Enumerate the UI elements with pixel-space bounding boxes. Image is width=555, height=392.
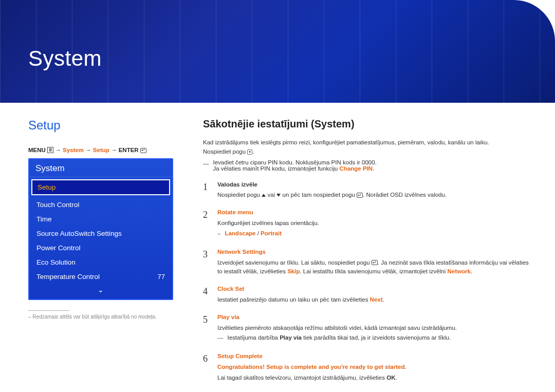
breadcrumb-arrow-2: →: [85, 147, 91, 153]
breadcrumb-menu: MENU: [28, 147, 46, 153]
press-text: Nospiediet pogu .: [203, 147, 529, 157]
osd-item-eco-solution[interactable]: Eco Solution: [29, 255, 172, 269]
step-body: Network Settings Izveidojiet savienojumu…: [217, 248, 529, 276]
step-4: 4 Clock Set Iestatiet pašreizējo datumu …: [203, 282, 529, 310]
step-text-b: vai: [266, 192, 276, 198]
step-number: 6: [203, 352, 210, 382]
breadcrumb-arrow-1: →: [55, 147, 61, 153]
sep: /: [255, 230, 261, 236]
step-body: Rotate menu Konfigurējiet izvēlnes lapas…: [217, 208, 529, 239]
osd-label: Power Control: [36, 244, 81, 252]
enter-icon: [357, 193, 363, 198]
step-dash: ― Iestatījuma darbība Play via tiek parā…: [217, 332, 529, 344]
next: Next: [370, 296, 383, 303]
section-title: Setup: [28, 118, 188, 133]
chevron-down-icon: ⌄: [98, 286, 104, 294]
step-dash-body: Iestatījuma darbība Play via tiek parādī…: [228, 333, 451, 343]
step-title: Valodas izvēle: [217, 180, 529, 190]
osd-item-source-autoswitch[interactable]: Source AutoSwitch Settings: [29, 226, 172, 240]
step-body: Clock Set Iestatiet pašreizējo datumu un…: [217, 285, 529, 305]
step-text-a: Lai tagad skatītos televizoru, izmantojo…: [217, 375, 386, 381]
step-text-a: Nospiediet pogu: [217, 192, 262, 198]
step-title: Clock Set: [217, 285, 529, 294]
subheading: Sākotnējie iestatījumi (System): [203, 118, 529, 130]
step-text-a: Izveidojiet savienojumu ar tīklu. Lai sā…: [217, 259, 372, 266]
osd-label: Source AutoSwitch Settings: [36, 230, 122, 237]
osd-scroll-down[interactable]: ⌄: [29, 284, 172, 299]
main-content: Setup MENU Ⅲ → System → Setup → ENTER Sy…: [0, 103, 555, 388]
network: Network: [447, 268, 470, 274]
osd-label: Temperature Control: [36, 273, 100, 281]
step-title: Rotate menu: [217, 208, 529, 217]
osd-item-temperature-control[interactable]: Temperature Control 77: [29, 269, 172, 284]
dash-post: tiek parādīta tikai tad, ja ir izveidots…: [302, 334, 451, 341]
osd-label: Time: [36, 215, 52, 223]
footnote-marker: –: [28, 314, 31, 320]
step-5: 5 Play via Izvēlieties piemēroto atskaņo…: [203, 310, 529, 349]
osd-label: Setup: [38, 183, 55, 191]
osd-label: Eco Solution: [36, 258, 76, 266]
step-text-b: .: [395, 375, 397, 381]
right-column: Sākotnējie iestatījumi (System) Kad izst…: [203, 118, 529, 388]
step-body: Play via Izvēlieties piemēroto atskaņotā…: [217, 313, 529, 344]
skip: Skip: [287, 268, 300, 274]
dash-row-1: ― Ievadiet četru ciparu PIN kodu. Noklus…: [203, 159, 529, 172]
step-text-d: .: [471, 268, 472, 274]
step-number: 4: [203, 285, 210, 305]
dash-marker: –: [217, 229, 220, 238]
step-body: Valodas izvēle Nospiediet pogu vai un pē…: [217, 180, 529, 200]
step-text: Konfigurējiet izvēlnes lapas orientāciju…: [217, 220, 319, 226]
menu-button-icon: Ⅲ: [47, 147, 53, 153]
step-text-d: . Norādiet OSD izvēlnes valodu.: [363, 192, 447, 198]
step-body: Setup Complete Congratulations! Setup is…: [217, 352, 529, 382]
osd-header: System: [29, 159, 172, 177]
breadcrumb: MENU Ⅲ → System → Setup → ENTER: [28, 147, 188, 153]
footnote-text: Redzamais attēls var būt atšķirīgs atkar…: [32, 314, 156, 320]
chapter-banner: System: [0, 0, 555, 103]
step-title: Setup Complete: [217, 352, 529, 361]
step-text-c: . Lai iestatītu tīkla savienojumu vēlāk,…: [300, 268, 447, 274]
step-title: Network Settings: [217, 248, 529, 257]
dash-marker: ―: [203, 159, 209, 167]
step-dash: – Landscape / Portrait: [217, 228, 529, 239]
step-1: 1 Valodas izvēle Nospiediet pogu vai un …: [203, 177, 529, 206]
change-pin: Change PIN: [340, 165, 373, 172]
osd-item-power-control[interactable]: Power Control: [29, 240, 172, 255]
step-number: 5: [203, 313, 210, 344]
left-column: Setup MENU Ⅲ → System → Setup → ENTER Sy…: [28, 118, 203, 388]
step-dash-body: Landscape / Portrait: [225, 229, 282, 238]
home-button-icon: [247, 150, 252, 155]
osd-value: 77: [158, 273, 165, 281]
breadcrumb-arrow-3: →: [111, 147, 117, 153]
osd-item-time[interactable]: Time: [29, 212, 172, 226]
ok: OK: [386, 375, 395, 381]
footnote-divider: [28, 310, 69, 311]
step-text-a: Iestatiet pašreizējo datumu un laiku un …: [217, 296, 370, 303]
osd-item-touch-control[interactable]: Touch Control: [29, 197, 172, 212]
step-6: 6 Setup Complete Congratulations! Setup …: [203, 349, 529, 387]
breadcrumb-system: System: [63, 147, 84, 153]
intro-text: Kad izstrādājums tiek ieslēgts pirmo rei…: [203, 138, 529, 147]
enter-icon: [372, 260, 378, 265]
step-3: 3 Network Settings Izveidojiet savienoju…: [203, 245, 529, 282]
play-via: Play via: [280, 334, 302, 341]
step-number: 2: [203, 208, 210, 239]
enter-icon: [140, 148, 146, 153]
breadcrumb-enter: ENTER: [119, 147, 139, 153]
step-text-b: .: [383, 296, 384, 303]
step-text-c: un pēc tam nospiediet pogu: [281, 192, 357, 198]
osd-label: Touch Control: [36, 201, 79, 209]
dash-list: ― Ievadiet četru ciparu PIN kodu. Noklus…: [203, 159, 529, 172]
congrats: Congratulations! Setup is complete and y…: [217, 363, 529, 372]
osd-menu-panel: System Setup Touch Control Time Source A…: [28, 158, 173, 300]
dash-body: Ievadiet četru ciparu PIN kodu. Noklusēj…: [213, 159, 377, 172]
dash-sub-end: .: [373, 165, 374, 172]
portrait: Portrait: [261, 230, 282, 236]
dash-pre: Iestatījuma darbība: [228, 334, 280, 341]
press-label: Nospiediet pogu: [203, 148, 246, 155]
dash-text: Ievadiet četru ciparu PIN kodu. Noklusēj…: [213, 159, 377, 165]
steps-list: 1 Valodas izvēle Nospiediet pogu vai un …: [203, 177, 529, 388]
breadcrumb-setup: Setup: [93, 147, 109, 153]
osd-item-setup[interactable]: Setup: [31, 179, 170, 195]
step-2: 2 Rotate menu Konfigurējiet izvēlnes lap…: [203, 205, 529, 244]
